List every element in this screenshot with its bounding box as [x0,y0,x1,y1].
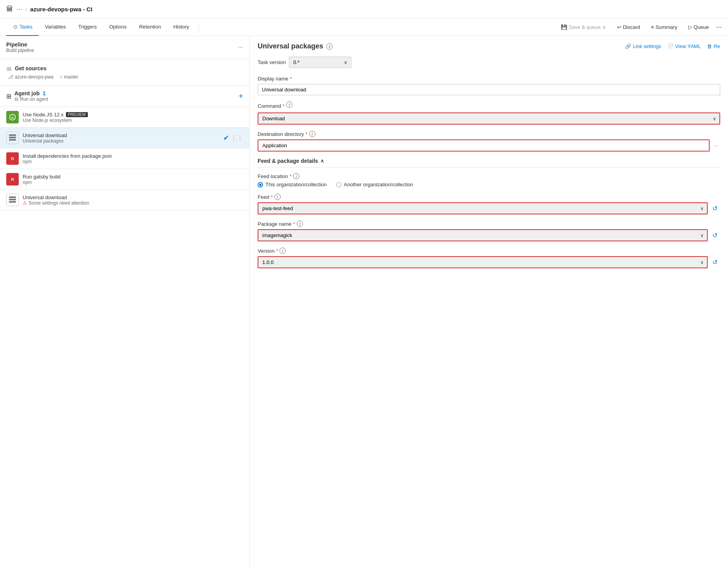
remove-icon: 🗑 [707,43,712,49]
tab-retention[interactable]: Retention [133,19,167,36]
discard-icon: ↩ [617,24,621,30]
agent-job-section[interactable]: ⊞ Agent job 1 ⊟ Run on agent + [0,86,249,107]
warning-text: Some settings need attention [28,200,89,206]
display-name-label: Display name * [258,76,720,82]
feed-required: * [271,194,273,200]
nav-divider [199,23,199,32]
add-task-button[interactable]: + [239,92,243,101]
section-collapse-icon: ∧ [320,158,324,164]
task-version-select[interactable]: 0.* [289,57,351,68]
destination-browse-dots[interactable]: ··· [711,140,720,151]
task-nodejs[interactable]: N Use Node.JS 12.x PREVIEW Use Node.js e… [0,107,249,128]
tab-triggers-label: Triggers [78,24,96,30]
summary-button[interactable]: ≡ Summary [647,23,681,32]
display-name-input[interactable] [258,84,720,95]
destination-directory-group: Destination directory * i ··· [258,131,720,152]
feed-select[interactable]: pwa-test-feed [258,202,708,214]
command-label-text: Command [258,103,281,109]
tab-options-label: Options [109,24,127,30]
destination-directory-label: Destination directory * i [258,131,720,137]
universal-download-active-info: Universal download Universal packages [23,132,219,144]
feed-package-section-title[interactable]: Feed & package details ∧ [258,158,324,164]
tab-triggers[interactable]: Triggers [72,19,103,36]
more-actions-dots[interactable]: ··· [716,23,722,31]
nodejs-title: Use Node.JS 12.x [23,112,64,118]
radio-this-org[interactable]: This organization/collection [258,182,327,187]
app-icon: 🏛 [6,5,13,13]
package-name-info-icon[interactable]: i [297,221,303,227]
version-select-wrapper: 1.0.0 ∨ [258,256,708,268]
repo-icon: ⎇ [8,74,13,80]
discard-button[interactable]: ↩ Discard [613,23,644,32]
save-queue-button[interactable]: 💾 Save & queue ∨ [557,23,610,32]
link-settings-icon: 🔗 [625,43,631,49]
task-universal-download-active[interactable]: Universal download Universal packages ✔ … [0,128,249,148]
tab-tasks-label: Tasks [20,24,32,30]
radio-this-org-circle [258,182,263,187]
display-name-group: Display name * [258,76,720,95]
task-check-icon: ✔ [223,134,229,142]
tab-history[interactable]: History [167,19,195,36]
get-sources-title[interactable]: Get sources [15,65,46,71]
package-name-group: Package name * i imagemagick ∨ ↺ [258,221,720,241]
task-drag-handle[interactable]: ⋮⋮ [231,134,243,142]
branch-item: ⑂ master [60,74,78,80]
version-select[interactable]: 1.0.0 [258,256,708,268]
task-gatsby-build[interactable]: n Run gatsby build npm [0,169,249,190]
view-yaml-button[interactable]: 📄 View YAML [667,43,701,49]
tab-retention-label: Retention [139,24,161,30]
version-info-icon[interactable]: i [279,248,286,254]
link-settings-label: Link settings [633,43,661,49]
destination-directory-input[interactable] [258,139,710,152]
tab-variables[interactable]: Variables [39,19,72,36]
app-menu-dots[interactable]: ··· [16,5,22,13]
feed-location-info-icon[interactable]: i [293,173,299,179]
info-icon[interactable]: i [326,43,333,50]
destination-directory-label-text: Destination directory [258,131,304,137]
feed-location-group: Feed location * i This organization/coll… [258,173,720,187]
queue-button[interactable]: ▷ Queue [684,23,713,32]
task-universal-download-2[interactable]: Universal download ⚠ Some settings need … [0,190,249,210]
pipeline-header: Pipeline Build pipeline ··· [0,36,249,59]
destination-info-icon[interactable]: i [309,131,315,137]
pipeline-more-dots[interactable]: ··· [238,44,243,51]
version-refresh-button[interactable]: ↺ [709,257,720,268]
nav-actions: 💾 Save & queue ∨ ↩ Discard ≡ Summary ▷ Q… [557,23,722,32]
tab-history-label: History [173,24,189,30]
svg-text:n: n [11,156,14,161]
package-name-select[interactable]: imagemagick [258,229,708,241]
right-panel-title-area: Universal packages i [258,42,333,50]
command-info-icon[interactable]: i [286,102,292,108]
display-name-required: * [290,76,292,82]
feed-label: Feed * i [258,194,720,200]
package-name-refresh-button[interactable]: ↺ [709,230,720,241]
install-deps-subtitle: npm [23,159,243,164]
repo-name: azure-devops-pwa [15,74,53,80]
tab-options[interactable]: Options [103,19,133,36]
feed-group: Feed * i pwa-test-feed ∨ ↺ [258,194,720,214]
svg-rect-12 [9,201,16,203]
package-name-label: Package name * i [258,221,720,227]
tab-tasks[interactable]: ⊙ Tasks [6,19,39,36]
remove-button[interactable]: 🗑 Re [707,43,720,49]
agent-job-subtitle: ⊟ Run on agent [14,96,48,102]
svg-rect-4 [9,137,16,138]
remove-label: Re [714,43,720,49]
task-install-deps[interactable]: n Install dependencies from package.json… [0,148,249,169]
link-settings-button[interactable]: 🔗 Link settings [625,43,661,49]
summary-label: Summary [655,24,677,30]
feed-info-icon[interactable]: i [274,194,281,200]
destination-directory-required: * [306,131,308,137]
command-select[interactable]: Download Publish [258,112,720,125]
command-group: Command * i Download Publish ∨ [258,102,720,125]
feed-label-text: Feed [258,194,269,200]
branch-icon: ⑂ [60,74,62,80]
nodejs-subtitle: Use Node.js ecosystem [23,118,243,123]
pipeline-subtitle: Build pipeline [6,48,34,53]
right-panel-title-text: Universal packages [258,42,323,50]
feed-refresh-button[interactable]: ↺ [709,203,720,214]
save-queue-label: Save & queue [569,24,601,30]
version-required: * [276,248,278,254]
package-name-select-wrapper: imagemagick ∨ [258,229,708,241]
radio-another-org[interactable]: Another organization/collection [336,182,413,187]
